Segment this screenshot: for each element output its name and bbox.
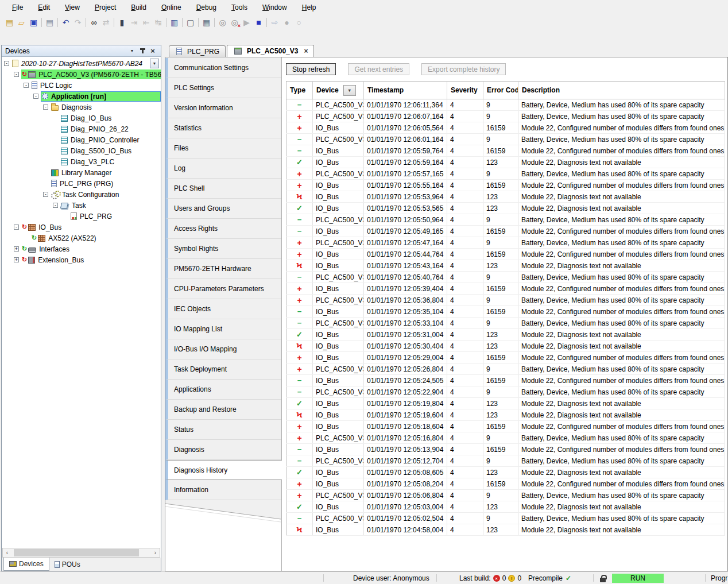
close-panel-icon[interactable]: [148, 47, 157, 55]
table-row[interactable]: IO_Bus01/01/1970 12:05:49,165416159Modul…: [286, 226, 725, 237]
nav-item-symbol-rights[interactable]: Symbol Rights: [165, 239, 281, 259]
nav-item-status[interactable]: Status: [165, 420, 281, 440]
table-row[interactable]: IO_Bus01/01/1970 12:05:59,1644123Module …: [286, 157, 725, 168]
table-row[interactable]: IO_Bus01/01/1970 12:05:03,0044123Module …: [286, 501, 725, 513]
menu-window[interactable]: Window: [255, 1, 295, 14]
table-row[interactable]: PLC_AC500_V301/01/1970 12:06:11,36449Bat…: [286, 99, 725, 111]
table-row[interactable]: PLC_AC500_V301/01/1970 12:06:07,16449Bat…: [286, 111, 725, 122]
table-row[interactable]: IO_Bus01/01/1970 12:05:18,604416159Modul…: [286, 421, 725, 432]
scroll-right-icon[interactable]: ›: [151, 550, 160, 556]
nav-item-users-and-groups[interactable]: Users and Groups: [165, 199, 281, 219]
nav-item-cpu-parameters-parameters[interactable]: CPU-Parameters Parameters: [165, 279, 281, 299]
tree-item-ax522-ax522[interactable]: ↻AX522 (AX522): [2, 233, 161, 243]
nav-item-iec-objects[interactable]: IEC Objects: [165, 299, 281, 319]
close-tab-icon[interactable]: [304, 47, 308, 55]
breakpoint-outline-icon[interactable]: ○: [293, 17, 305, 28]
tree-item-diag-io-bus[interactable]: Diag_IO_Bus: [2, 113, 161, 123]
scrollbar-thumb[interactable]: [14, 549, 139, 556]
menu-tools[interactable]: Tools: [224, 1, 255, 14]
replace-icon[interactable]: ⇄: [100, 17, 112, 28]
login-icon[interactable]: ◎: [216, 17, 229, 28]
nav-item-pm5670-2eth-hardware[interactable]: PM5670-2ETH Hardware: [165, 259, 281, 279]
table-row[interactable]: IO_Bus01/01/1970 12:05:31,0044123Module …: [286, 329, 725, 341]
table-row[interactable]: IO_Bus01/01/1970 12:05:44,764416159Modul…: [286, 249, 725, 260]
table-row[interactable]: IO_Bus01/01/1970 12:05:19,6044123Module …: [286, 409, 725, 421]
new-object-icon[interactable]: ▢: [184, 17, 196, 28]
tab-devices[interactable]: Devices: [3, 558, 49, 571]
new-project-icon[interactable]: ▤: [3, 17, 16, 28]
tree-item-task-configuration[interactable]: Task Configuration: [2, 189, 161, 200]
expander-icon[interactable]: [43, 192, 48, 197]
tree-item-io-bus[interactable]: ↻IO_Bus: [2, 222, 161, 233]
bookmark-previous-icon[interactable]: ⇤: [140, 17, 152, 28]
tree-item-task[interactable]: Task: [2, 200, 161, 211]
breakpoint-icon[interactable]: ●: [281, 17, 293, 28]
editor-tab-plc-ac500-v3[interactable]: PLC_AC500_V3: [227, 45, 314, 57]
run-icon[interactable]: ▶: [241, 17, 253, 28]
pin-icon[interactable]: [138, 47, 147, 55]
expander-icon[interactable]: [14, 225, 19, 230]
table-row[interactable]: PLC_AC500_V301/01/1970 12:05:33,10449Bat…: [286, 318, 725, 329]
stop-refresh-button[interactable]: Stop refresh: [286, 63, 336, 75]
table-row[interactable]: IO_Bus01/01/1970 12:05:19,8044123Module …: [286, 398, 725, 409]
expander-icon[interactable]: [14, 72, 19, 77]
table-row[interactable]: PLC_AC500_V301/01/1970 12:05:16,80449Bat…: [286, 432, 725, 444]
scroll-left-icon[interactable]: ‹: [3, 550, 11, 556]
logout-icon[interactable]: ◎×: [229, 17, 241, 28]
column-type[interactable]: Type: [286, 82, 313, 99]
table-row[interactable]: IO_Bus01/01/1970 12:05:43,1644123Module …: [286, 260, 725, 272]
tree-item-plc-ac500-v3-pm5670-2eth-tb5610-2[interactable]: ↻PLC_AC500_V3 (PM5670-2ETH - TB5610-2: [2, 69, 161, 80]
redo-icon[interactable]: ↷: [72, 17, 84, 28]
table-row[interactable]: PLC_AC500_V301/01/1970 12:05:40,76449Bat…: [286, 272, 725, 283]
menu-edit[interactable]: Edit: [30, 1, 57, 14]
device-filter-icon[interactable]: [343, 85, 356, 96]
expander-icon[interactable]: [4, 61, 9, 66]
clipboard-icon[interactable]: ▥: [168, 17, 180, 28]
table-row[interactable]: PLC_AC500_V301/01/1970 12:05:50,96449Bat…: [286, 214, 725, 226]
nav-item-backup-and-restore[interactable]: Backup and Restore: [165, 400, 281, 420]
nav-item-log[interactable]: Log: [165, 158, 281, 179]
build-icon[interactable]: ▦: [200, 17, 212, 28]
table-row[interactable]: PLC_AC500_V301/01/1970 12:06:01,16449Bat…: [286, 134, 725, 145]
nav-item-access-rights[interactable]: Access Rights: [165, 219, 281, 239]
menu-file[interactable]: File: [5, 1, 30, 14]
open-project-icon[interactable]: ▱: [16, 17, 28, 28]
nav-item-communication-settings[interactable]: Communication Settings: [165, 58, 281, 78]
nav-item-information[interactable]: Information: [165, 480, 281, 500]
column-device[interactable]: Device: [313, 82, 364, 99]
tree-item-diag-s500-io-bus[interactable]: Diag_S500_IO_Bus: [2, 145, 161, 156]
tree-item-diag-pnio-controller[interactable]: Diag_PNIO_Controller: [2, 134, 161, 145]
table-row[interactable]: IO_Bus01/01/1970 12:06:05,564416159Modul…: [286, 122, 725, 134]
menu-project[interactable]: Project: [87, 1, 123, 14]
table-row[interactable]: IO_Bus01/01/1970 12:05:29,004416159Modul…: [286, 352, 725, 363]
nav-item-files[interactable]: Files: [165, 138, 281, 158]
panel-menu-icon[interactable]: [127, 47, 137, 55]
table-row[interactable]: PLC_AC500_V301/01/1970 12:05:02,50449Bat…: [286, 513, 725, 524]
find-icon[interactable]: ∞: [88, 17, 100, 28]
table-row[interactable]: IO_Bus01/01/1970 12:05:13,904416159Modul…: [286, 444, 725, 455]
nav-item-io-mapping-list[interactable]: IO Mapping List: [165, 319, 281, 339]
table-row[interactable]: IO_Bus01/01/1970 12:05:53,9644123Module …: [286, 191, 725, 203]
expander-icon[interactable]: [14, 257, 19, 262]
nav-item-plc-settings[interactable]: PLC Settings: [165, 78, 281, 98]
bookmark-clear-icon[interactable]: ↹: [152, 17, 164, 28]
table-row[interactable]: PLC_AC500_V301/01/1970 12:05:36,80449Bat…: [286, 295, 725, 306]
menu-build[interactable]: Build: [123, 1, 154, 14]
table-row[interactable]: IO_Bus01/01/1970 12:05:55,164416159Modul…: [286, 180, 725, 191]
save-project-icon[interactable]: ▣: [28, 17, 40, 28]
menu-debug[interactable]: Debug: [189, 1, 224, 14]
menu-online[interactable]: Online: [154, 1, 189, 14]
tree-item-plc-prg[interactable]: PLC_PRG: [2, 211, 161, 222]
tree-item-library-manager[interactable]: Library Manager: [2, 167, 161, 178]
table-row[interactable]: IO_Bus01/01/1970 12:05:24,505416159Modul…: [286, 375, 725, 386]
table-row[interactable]: PLC_AC500_V301/01/1970 12:05:12,70449Bat…: [286, 455, 725, 467]
table-row[interactable]: IO_Bus01/01/1970 12:05:59,764416159Modul…: [286, 145, 725, 157]
tree-item-diag-pnio-26-22[interactable]: Diag_PNIO_26_22: [2, 123, 161, 134]
table-row[interactable]: PLC_AC500_V301/01/1970 12:05:57,16549Bat…: [286, 168, 725, 180]
scrollbar-track[interactable]: [11, 548, 151, 557]
tree-item-diag-v3-plc[interactable]: Diag_V3_PLC: [2, 156, 161, 167]
column-severity[interactable]: Severity: [447, 82, 483, 99]
table-row[interactable]: PLC_AC500_V301/01/1970 12:05:47,16449Bat…: [286, 237, 725, 249]
column-timestamp[interactable]: Timestamp: [364, 82, 447, 99]
menu-help[interactable]: Help: [295, 1, 324, 14]
